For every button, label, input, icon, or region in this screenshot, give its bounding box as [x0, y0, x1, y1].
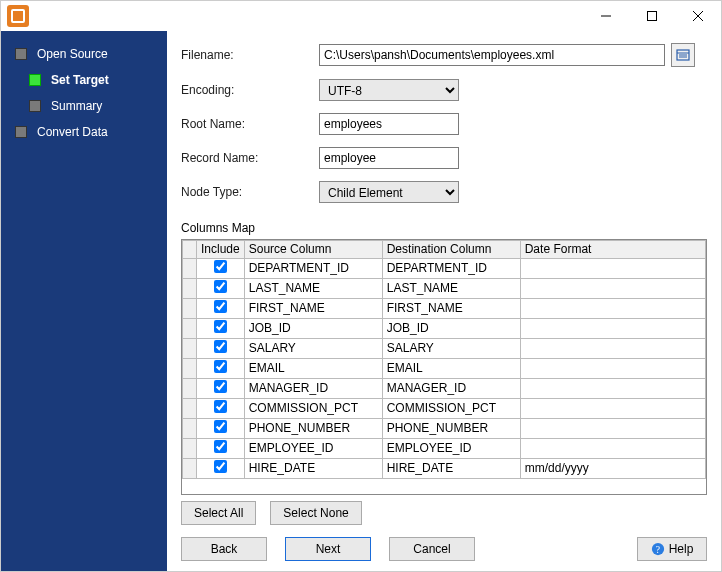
include-checkbox[interactable]	[214, 260, 227, 273]
include-cell[interactable]	[197, 299, 245, 319]
date-format-cell[interactable]: mm/dd/yyyy	[520, 459, 705, 479]
source-column-cell[interactable]: SALARY	[244, 339, 382, 359]
row-header[interactable]	[183, 399, 197, 419]
include-checkbox[interactable]	[214, 300, 227, 313]
next-button[interactable]: Next	[285, 537, 371, 561]
date-format-cell[interactable]	[520, 399, 705, 419]
close-button[interactable]	[675, 1, 721, 31]
destination-column-cell[interactable]: HIRE_DATE	[382, 459, 520, 479]
destination-column-cell[interactable]: DEPARTMENT_ID	[382, 259, 520, 279]
help-button[interactable]: ? Help	[637, 537, 707, 561]
row-header[interactable]	[183, 379, 197, 399]
source-column-cell[interactable]: LAST_NAME	[244, 279, 382, 299]
source-column-cell[interactable]: DEPARTMENT_ID	[244, 259, 382, 279]
include-cell[interactable]	[197, 319, 245, 339]
row-header[interactable]	[183, 339, 197, 359]
encoding-select[interactable]: UTF-8	[319, 79, 459, 101]
table-row[interactable]: DEPARTMENT_IDDEPARTMENT_ID	[183, 259, 706, 279]
destination-column-cell[interactable]: MANAGER_ID	[382, 379, 520, 399]
date-format-cell[interactable]	[520, 439, 705, 459]
include-cell[interactable]	[197, 439, 245, 459]
include-checkbox[interactable]	[214, 320, 227, 333]
include-checkbox[interactable]	[214, 420, 227, 433]
root-name-input[interactable]	[319, 113, 459, 135]
date-format-cell[interactable]	[520, 319, 705, 339]
source-column-cell[interactable]: PHONE_NUMBER	[244, 419, 382, 439]
row-header[interactable]	[183, 299, 197, 319]
include-checkbox[interactable]	[214, 380, 227, 393]
maximize-button[interactable]	[629, 1, 675, 31]
include-cell[interactable]	[197, 399, 245, 419]
date-format-cell[interactable]	[520, 259, 705, 279]
include-checkbox[interactable]	[214, 360, 227, 373]
row-header[interactable]	[183, 419, 197, 439]
select-all-button[interactable]: Select All	[181, 501, 256, 525]
date-format-cell[interactable]	[520, 379, 705, 399]
date-format-cell[interactable]	[520, 419, 705, 439]
include-cell[interactable]	[197, 259, 245, 279]
node-type-select[interactable]: Child Element	[319, 181, 459, 203]
back-button[interactable]: Back	[181, 537, 267, 561]
table-row[interactable]: JOB_IDJOB_ID	[183, 319, 706, 339]
source-column-cell[interactable]: COMMISSION_PCT	[244, 399, 382, 419]
date-format-cell[interactable]	[520, 279, 705, 299]
row-header[interactable]	[183, 319, 197, 339]
source-column-cell[interactable]: JOB_ID	[244, 319, 382, 339]
row-header[interactable]	[183, 279, 197, 299]
source-column-cell[interactable]: EMPLOYEE_ID	[244, 439, 382, 459]
include-cell[interactable]	[197, 279, 245, 299]
col-header-include[interactable]: Include	[197, 241, 245, 259]
include-checkbox[interactable]	[214, 460, 227, 473]
destination-column-cell[interactable]: EMAIL	[382, 359, 520, 379]
col-header-date-format[interactable]: Date Format	[520, 241, 705, 259]
include-checkbox[interactable]	[214, 400, 227, 413]
sidebar-item-open-source[interactable]: Open Source	[1, 41, 167, 67]
include-checkbox[interactable]	[214, 440, 227, 453]
date-format-cell[interactable]	[520, 339, 705, 359]
row-header[interactable]	[183, 359, 197, 379]
sidebar-item-convert-data[interactable]: Convert Data	[1, 119, 167, 145]
include-cell[interactable]	[197, 459, 245, 479]
destination-column-cell[interactable]: FIRST_NAME	[382, 299, 520, 319]
date-format-cell[interactable]	[520, 299, 705, 319]
table-row[interactable]: SALARYSALARY	[183, 339, 706, 359]
col-header-destination[interactable]: Destination Column	[382, 241, 520, 259]
destination-column-cell[interactable]: COMMISSION_PCT	[382, 399, 520, 419]
record-name-input[interactable]	[319, 147, 459, 169]
row-header[interactable]	[183, 459, 197, 479]
row-header[interactable]	[183, 439, 197, 459]
table-row[interactable]: MANAGER_IDMANAGER_ID	[183, 379, 706, 399]
filename-input[interactable]	[319, 44, 665, 66]
table-row[interactable]: EMPLOYEE_IDEMPLOYEE_ID	[183, 439, 706, 459]
include-checkbox[interactable]	[214, 280, 227, 293]
columns-map-grid[interactable]: Include Source Column Destination Column…	[181, 239, 707, 495]
table-row[interactable]: COMMISSION_PCTCOMMISSION_PCT	[183, 399, 706, 419]
source-column-cell[interactable]: HIRE_DATE	[244, 459, 382, 479]
source-column-cell[interactable]: MANAGER_ID	[244, 379, 382, 399]
date-format-cell[interactable]	[520, 359, 705, 379]
cancel-button[interactable]: Cancel	[389, 537, 475, 561]
destination-column-cell[interactable]: EMPLOYEE_ID	[382, 439, 520, 459]
destination-column-cell[interactable]: LAST_NAME	[382, 279, 520, 299]
table-row[interactable]: HIRE_DATEHIRE_DATEmm/dd/yyyy	[183, 459, 706, 479]
col-header-source[interactable]: Source Column	[244, 241, 382, 259]
include-checkbox[interactable]	[214, 340, 227, 353]
source-column-cell[interactable]: FIRST_NAME	[244, 299, 382, 319]
destination-column-cell[interactable]: JOB_ID	[382, 319, 520, 339]
browse-button[interactable]	[671, 43, 695, 67]
include-cell[interactable]	[197, 419, 245, 439]
row-header[interactable]	[183, 259, 197, 279]
destination-column-cell[interactable]: SALARY	[382, 339, 520, 359]
table-row[interactable]: PHONE_NUMBERPHONE_NUMBER	[183, 419, 706, 439]
sidebar-item-summary[interactable]: Summary	[1, 93, 167, 119]
table-row[interactable]: LAST_NAMELAST_NAME	[183, 279, 706, 299]
destination-column-cell[interactable]: PHONE_NUMBER	[382, 419, 520, 439]
include-cell[interactable]	[197, 359, 245, 379]
select-none-button[interactable]: Select None	[270, 501, 361, 525]
minimize-button[interactable]	[583, 1, 629, 31]
include-cell[interactable]	[197, 379, 245, 399]
source-column-cell[interactable]: EMAIL	[244, 359, 382, 379]
include-cell[interactable]	[197, 339, 245, 359]
table-row[interactable]: EMAILEMAIL	[183, 359, 706, 379]
table-row[interactable]: FIRST_NAMEFIRST_NAME	[183, 299, 706, 319]
